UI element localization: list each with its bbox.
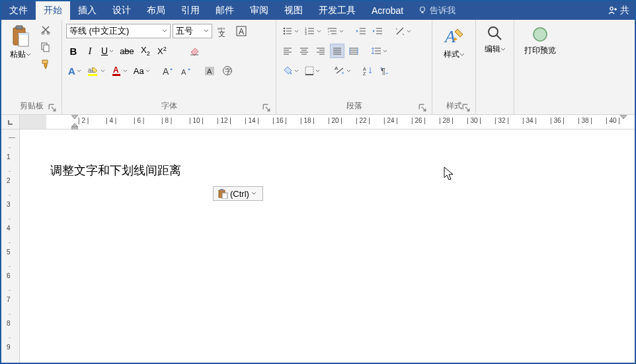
- document-text[interactable]: 调整文字和下划线间距离: [50, 163, 628, 178]
- tab-layout[interactable]: 布局: [139, 1, 173, 20]
- horizontal-ruler[interactable]: | 2 || 4 || 6 || 8 || 10 || 12 || 14 || …: [46, 115, 635, 129]
- snap-to-grid-button[interactable]: A: [333, 63, 353, 78]
- align-center-button[interactable]: [297, 44, 311, 58]
- ruler-tick: | 22 |: [356, 117, 370, 124]
- highlight-button[interactable]: ab: [85, 63, 107, 78]
- font-color-button[interactable]: A: [109, 63, 130, 78]
- tab-mailings[interactable]: 邮件: [208, 1, 242, 20]
- underline-button[interactable]: U: [99, 44, 116, 58]
- vruler-tick: 2: [7, 177, 11, 184]
- line-spacing-button[interactable]: [369, 44, 389, 58]
- tab-developer[interactable]: 开发工具: [311, 1, 364, 20]
- group-print-preview: 打印预览: [514, 20, 566, 114]
- tab-design[interactable]: 设计: [104, 1, 139, 20]
- vruler-tick: 4: [7, 225, 11, 232]
- decrease-indent-button[interactable]: [354, 24, 368, 38]
- subscript-button[interactable]: X2: [138, 44, 153, 58]
- chevron-down-icon: [383, 50, 387, 53]
- strikethrough-button[interactable]: abe: [118, 44, 136, 58]
- numbering-button[interactable]: 123: [303, 24, 323, 38]
- tab-insert[interactable]: 插入: [70, 1, 104, 20]
- align-justify-icon: [333, 47, 342, 55]
- highlight-icon: ab: [87, 65, 99, 76]
- italic-button[interactable]: I: [83, 44, 97, 58]
- chevron-down-icon: [294, 30, 299, 33]
- chevron-down-icon: [109, 50, 114, 53]
- dialog-launcher-icon[interactable]: [262, 104, 270, 112]
- paste-options-button[interactable]: (Ctrl): [213, 186, 263, 201]
- tab-view[interactable]: 视图: [276, 1, 311, 20]
- text-effects-button[interactable]: A: [66, 63, 83, 78]
- chevron-down-icon: [123, 69, 128, 73]
- first-line-indent-marker[interactable]: [71, 115, 78, 119]
- cut-button[interactable]: [38, 22, 53, 37]
- svg-rect-3: [16, 26, 22, 29]
- shrink-font-button[interactable]: A: [178, 63, 194, 78]
- borders-button[interactable]: [303, 63, 322, 78]
- chevron-down-icon: [500, 48, 506, 52]
- character-border-button[interactable]: A: [233, 24, 249, 38]
- bullets-button[interactable]: [280, 24, 301, 38]
- group-font: 等线 (中文正文) 五号 wén文 A B I U abe X2 X2 A ab…: [62, 20, 276, 114]
- line-spacing-icon: [371, 46, 381, 55]
- align-justify-button[interactable]: [330, 44, 344, 58]
- asian-layout-button[interactable]: [393, 24, 413, 38]
- tab-review[interactable]: 审阅: [242, 1, 276, 20]
- right-indent-marker[interactable]: [620, 115, 627, 119]
- format-painter-button[interactable]: [38, 57, 53, 71]
- tab-selector[interactable]: [1, 115, 20, 129]
- dialog-launcher-icon[interactable]: [48, 104, 56, 112]
- svg-rect-17: [112, 74, 120, 76]
- shrink-font-icon: A: [180, 65, 192, 76]
- grow-font-button[interactable]: A: [160, 63, 176, 78]
- align-distribute-icon: [349, 47, 358, 55]
- ruler-tick: | 18 |: [300, 117, 315, 124]
- svg-rect-44: [222, 193, 227, 199]
- align-left-button[interactable]: [280, 44, 295, 58]
- font-name-select[interactable]: 等线 (中文正文): [66, 24, 171, 38]
- paintbrush-icon: [40, 59, 51, 69]
- tab-file[interactable]: 文件: [1, 1, 36, 20]
- increase-indent-button[interactable]: [370, 24, 385, 38]
- tab-home[interactable]: 开始: [36, 1, 70, 20]
- shading-button[interactable]: [280, 63, 301, 78]
- char-shading-button[interactable]: A: [202, 63, 218, 78]
- tell-me[interactable]: 告诉我: [418, 1, 456, 20]
- enclose-char-button[interactable]: 字: [219, 63, 235, 78]
- editing-button[interactable]: 编辑: [480, 22, 510, 57]
- paint-bucket-icon: [282, 66, 293, 75]
- group-clipboard: 粘贴 剪贴板: [1, 20, 62, 114]
- styles-button[interactable]: A 样式: [439, 22, 469, 63]
- dialog-launcher-icon[interactable]: [462, 104, 470, 112]
- sort-button[interactable]: AZ: [361, 63, 376, 78]
- share-button[interactable]: 共: [602, 1, 635, 20]
- phonetic-guide-button[interactable]: wén文: [214, 24, 231, 38]
- ruler-tick: | 26 |: [411, 117, 426, 124]
- dialog-launcher-icon[interactable]: [418, 104, 426, 112]
- grow-font-icon: A: [162, 65, 174, 76]
- tab-references[interactable]: 引用: [173, 1, 208, 20]
- person-plus-icon: [608, 5, 618, 16]
- vertical-ruler[interactable]: —1-2-3-4-5-6-7-8-9-: [1, 129, 20, 363]
- svg-point-1: [610, 7, 614, 11]
- chevron-down-icon: [145, 69, 150, 73]
- align-right-button[interactable]: [313, 44, 328, 58]
- group-styles: A 样式 样式: [432, 20, 476, 114]
- paste-button[interactable]: 粘贴: [5, 22, 36, 63]
- font-size-select[interactable]: 五号: [173, 24, 212, 38]
- document-page[interactable]: 调整文字和下划线间距离 (Ctrl): [46, 129, 635, 363]
- clear-format-button[interactable]: [186, 44, 202, 58]
- tab-acrobat[interactable]: Acrobat: [364, 1, 411, 20]
- change-case-button[interactable]: Aa: [132, 63, 152, 78]
- copy-button[interactable]: [38, 40, 53, 54]
- show-marks-button[interactable]: ¶: [378, 63, 392, 78]
- svg-text:A: A: [444, 27, 456, 46]
- vruler-tick: 5: [7, 248, 11, 256]
- superscript-button[interactable]: X2: [155, 44, 169, 58]
- align-distribute-button[interactable]: [346, 44, 361, 58]
- bold-button[interactable]: B: [66, 44, 81, 58]
- print-preview-button[interactable]: 打印预览: [520, 22, 560, 59]
- copy-icon: [40, 42, 51, 52]
- bullets-icon: [282, 26, 293, 36]
- multilevel-list-button[interactable]: 1ai: [325, 24, 346, 38]
